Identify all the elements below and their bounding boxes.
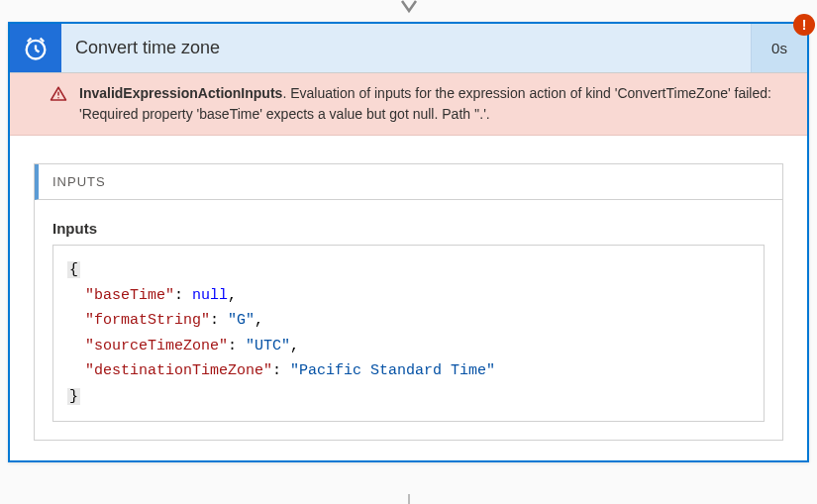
error-banner: InvalidExpressionActionInputs. Evaluatio… xyxy=(10,73,807,136)
action-card-body: INPUTS Inputs { "baseTime": null, "forma… xyxy=(10,136,807,460)
inputs-json-display: { "baseTime": null, "formatString": "G",… xyxy=(52,245,765,422)
inputs-section-body: Inputs { "baseTime": null, "formatString… xyxy=(35,200,782,440)
inputs-label: Inputs xyxy=(52,220,765,237)
clock-icon xyxy=(22,35,50,62)
warning-triangle-icon xyxy=(50,85,67,103)
error-message: InvalidExpressionActionInputs. Evaluatio… xyxy=(79,83,791,125)
action-card-header[interactable]: Convert time zone 0s xyxy=(10,24,807,73)
svg-line-2 xyxy=(36,50,40,51)
flow-connector-arrow xyxy=(398,0,420,21)
flow-connector-line xyxy=(408,494,410,504)
inputs-section: INPUTS Inputs { "baseTime": null, "forma… xyxy=(34,163,783,441)
action-title: Convert time zone xyxy=(61,24,752,72)
error-code: InvalidExpressionActionInputs xyxy=(79,85,282,101)
action-icon-box xyxy=(10,24,61,72)
svg-point-6 xyxy=(57,97,59,99)
inputs-section-header: INPUTS xyxy=(35,164,782,200)
error-badge-icon: ! xyxy=(793,14,815,36)
action-card: Convert time zone 0s InvalidExpressionAc… xyxy=(8,22,809,462)
